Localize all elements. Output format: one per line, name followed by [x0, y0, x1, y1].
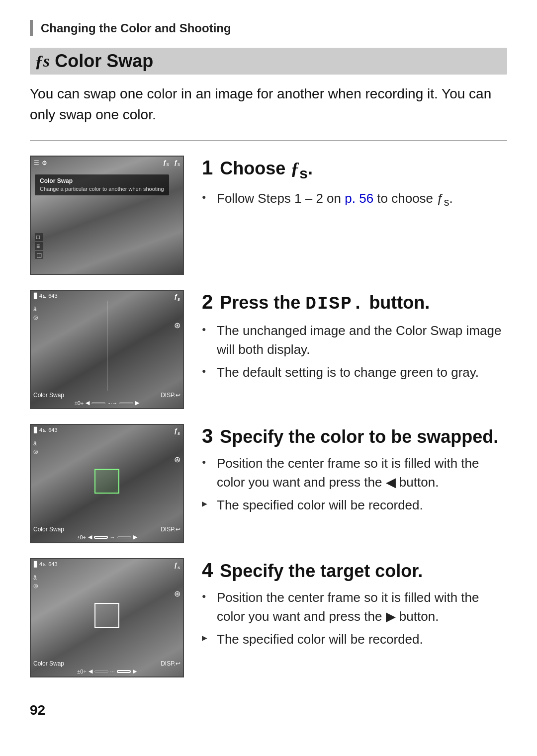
step-3-number: 3: [202, 426, 213, 446]
section-icon: ƒs: [35, 52, 50, 71]
step-4-bullet-1: Position the center frame so it is fille…: [202, 588, 507, 626]
step-1-link[interactable]: p. 56: [345, 191, 373, 206]
cam-hud-numbers: ☰ ⚙: [34, 159, 47, 167]
cam-overlay-3: ▊ 4⊾ 643 ƒs â ◎ ⊛ Color Swap DISP.↩: [31, 425, 183, 542]
step-3-content: 3 Specify the color to be swapped. Posit…: [202, 424, 507, 518]
cam-controls-4: ±0÷ ◀ ··· ▶: [33, 668, 180, 674]
step-4-title-row: 4 Specify the target color.: [202, 560, 507, 582]
step-4-row: ▊ 4⊾ 643 ƒs â ◎ ⊛ Color Swap DISP.↩: [30, 558, 507, 677]
cam-label-row-4: Color Swap DISP.↩: [33, 660, 180, 667]
step-2-bullet-2: The default setting is to change green t…: [202, 363, 507, 382]
cam-center-frame-4: [94, 603, 119, 628]
cam-bottom-3: Color Swap DISP.↩ ±0÷ ◀ → ▶: [31, 526, 183, 542]
camera-screen-step4: ▊ 4⊾ 643 ƒs â ◎ ⊛ Color Swap DISP.↩: [30, 558, 184, 677]
step-1-number: 1: [202, 158, 213, 177]
cam-overlay-1: ☰ ⚙ ƒs ƒs Color Swap Change a particular…: [31, 157, 183, 274]
title-bar: ƒs Color Swap: [30, 48, 507, 75]
step-2-content: 2 Press the DISP. button. The unchanged …: [202, 290, 507, 386]
camera-screen-step3: ▊ 4⊾ 643 ƒs â ◎ ⊛ Color Swap DISP.↩: [30, 424, 184, 543]
breadcrumb-text: Changing the Color and Shooting: [41, 21, 231, 35]
page-number: 92: [30, 702, 507, 718]
cam-center-frame-3: [94, 469, 119, 494]
cam-overlay-4: ▊ 4⊾ 643 ƒs â ◎ ⊛ Color Swap DISP.↩: [31, 559, 183, 676]
section-title: Color Swap: [55, 51, 153, 72]
step-1-bullets: Follow Steps 1 – 2 on p. 56 to choose ƒs…: [202, 189, 507, 210]
cam-menu-box-1: Color Swap Change a particular color to …: [35, 174, 169, 195]
steps-container: ☰ ⚙ ƒs ƒs Color Swap Change a particular…: [30, 156, 507, 677]
step-1-row: ☰ ⚙ ƒs ƒs Color Swap Change a particular…: [30, 156, 507, 275]
step-3-bullet-2: The specified color will be recorded.: [202, 496, 507, 515]
step-4-title: Specify the target color.: [220, 560, 423, 582]
cam-hud-1: ☰ ⚙ ƒs ƒs: [31, 157, 183, 169]
breadcrumb: Changing the Color and Shooting: [30, 20, 507, 36]
step-2-bullets: The unchanged image and the Color Swap i…: [202, 322, 507, 382]
step-1-bullet-1: Follow Steps 1 – 2 on p. 56 to choose ƒs…: [202, 189, 507, 210]
step-3-bullets: Position the center frame so it is fille…: [202, 454, 507, 514]
cam-overlay-2: ▊ 4⊾ 643 ƒs â ◎ ⊛ Color Swap: [31, 291, 183, 408]
camera-screen-step1: ☰ ⚙ ƒs ƒs Color Swap Change a particular…: [30, 156, 184, 275]
step-3-bullet-1: Position the center frame so it is fille…: [202, 454, 507, 492]
step-2-title: Press the DISP. button.: [220, 292, 430, 315]
step-3-title-row: 3 Specify the color to be swapped.: [202, 426, 507, 447]
cam-hud-3: ▊ 4⊾ 643 ƒs: [31, 425, 183, 438]
step-3-title: Specify the color to be swapped.: [220, 426, 498, 447]
cam-hud-4: ▊ 4⊾ 643 ƒs: [31, 559, 183, 572]
cam-label-row-2: Color Swap DISP.↩: [33, 392, 180, 399]
step-4-number: 4: [202, 560, 213, 580]
cam-controls-2: ±0÷ ◀ ···→ ▶: [33, 400, 180, 406]
step-2-row: ▊ 4⊾ 643 ƒs â ◎ ⊛ Color Swap: [30, 290, 507, 409]
cam-label-row-3: Color Swap DISP.↩: [33, 526, 180, 533]
step-4-bullets: Position the center frame so it is fille…: [202, 588, 507, 649]
step-2-title-row: 2 Press the DISP. button.: [202, 292, 507, 315]
step-1-title: Choose ƒs.: [220, 158, 313, 182]
step-2-bullet-1: The unchanged image and the Color Swap i…: [202, 322, 507, 359]
camera-screen-step2: ▊ 4⊾ 643 ƒs â ◎ ⊛ Color Swap: [30, 290, 184, 409]
step-4-bullet-2: The specified color will be recorded.: [202, 630, 507, 649]
cam-bottom-2: Color Swap DISP.↩ ±0÷ ◀ ···→ ▶: [31, 392, 183, 408]
cam-menu-title: Color Swap: [40, 177, 164, 184]
step-3-row: ▊ 4⊾ 643 ƒs â ◎ ⊛ Color Swap DISP.↩: [30, 424, 507, 543]
cam-bottom-4: Color Swap DISP.↩ ±0÷ ◀ ··· ▶: [31, 660, 183, 676]
step-2-number: 2: [202, 292, 213, 312]
section-divider: [30, 140, 507, 141]
step-1-title-row: 1 Choose ƒs.: [202, 158, 507, 182]
section-title-row: ƒs Color Swap: [30, 48, 507, 75]
cam-controls-3: ±0÷ ◀ → ▶: [33, 534, 180, 540]
cam-menu-desc: Change a particular color to another whe…: [40, 185, 164, 192]
intro-paragraph: You can swap one color in an image for a…: [30, 84, 507, 125]
step-1-content: 1 Choose ƒs. Follow Steps 1 – 2 on p. 56…: [202, 156, 507, 214]
step-4-content: 4 Specify the target color. Position the…: [202, 558, 507, 653]
